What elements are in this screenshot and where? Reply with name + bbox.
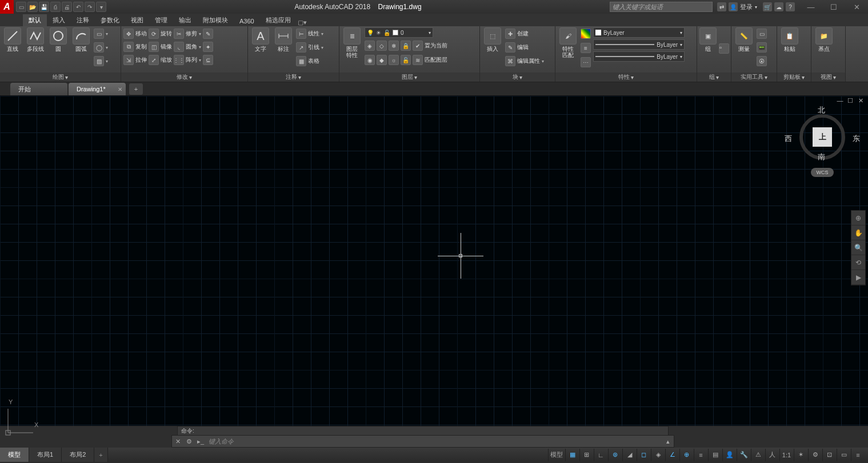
layerlock-icon[interactable]: 🔒 [401, 41, 411, 51]
layout-tab-model[interactable]: 模型 [0, 448, 29, 462]
panel-layers-title[interactable]: 图层 ▾ [339, 73, 479, 82]
tool-dimension[interactable]: 标注 [273, 27, 294, 52]
dyn-toggle-icon[interactable]: ⊕ [679, 449, 693, 461]
ribbon-tab-addins[interactable]: 附加模块 [197, 14, 234, 26]
lwt-toggle-icon[interactable]: ≡ [694, 449, 707, 461]
ribbon-tab-annotate[interactable]: 注释 [71, 14, 95, 26]
qat-open-icon[interactable]: 📂 [27, 2, 38, 12]
layout-tab-add[interactable]: + [94, 448, 107, 462]
lineweight-selector[interactable]: ByLayer▾ [593, 39, 685, 50]
select-icon[interactable]: ▭ [757, 29, 767, 39]
close-button[interactable]: ✕ [845, 0, 868, 14]
layout-tab-layout2[interactable]: 布局2 [62, 448, 94, 462]
ws-toggle-icon[interactable]: ⚙ [808, 449, 822, 461]
ribbon-tab-a360[interactable]: A360 [234, 16, 260, 26]
tool-line[interactable]: 直线 [2, 27, 23, 52]
mirror-icon[interactable]: ◫ [149, 42, 159, 52]
tpy-toggle-icon[interactable]: ▤ [708, 449, 722, 461]
nav-pan-icon[interactable]: ✋ [851, 226, 865, 240]
app-logo[interactable]: A [0, 0, 14, 14]
cmd-options-icon[interactable]: ⚙ [183, 436, 195, 447]
point-icon[interactable]: ⦿ [757, 56, 767, 66]
close-tab-icon[interactable]: ✕ [118, 86, 122, 92]
panel-clipboard-title[interactable]: 剪贴板 ▾ [777, 73, 811, 82]
ribbon-tab-parametric[interactable]: 参数化 [95, 14, 125, 26]
tool-block-create[interactable]: ✚创建 [505, 27, 544, 40]
nav-zoom-icon[interactable]: 🔍 [851, 240, 865, 255]
customize-icon[interactable]: ≡ [851, 449, 865, 461]
panel-modify-title[interactable]: 修改 ▾ [121, 73, 247, 82]
search-input[interactable]: 键入关键字或短语 [610, 2, 713, 12]
ribbon-tab-view[interactable]: 视图 [125, 14, 149, 26]
ribbon-tab-featured[interactable]: 精选应用 [260, 14, 297, 26]
sc-toggle-icon[interactable]: 🔧 [737, 449, 750, 461]
layerthaw-icon[interactable]: ☼ [389, 55, 399, 65]
3dosnap-toggle-icon[interactable]: ◈ [651, 449, 665, 461]
ribbon-tab-manage[interactable]: 管理 [149, 14, 173, 26]
tool-hatch-icon[interactable]: ▨▾ [94, 55, 108, 67]
exchange-icon[interactable]: ⇄ [717, 2, 726, 11]
ribbon-tab-output[interactable]: 输出 [173, 14, 197, 26]
doc-tab-start[interactable]: 开始 [10, 83, 67, 95]
layeruniso-icon[interactable]: ◉ [365, 55, 375, 65]
login-area[interactable]: ⇄ 👤 登录 ▾ 🛒 ☁ ? [717, 2, 795, 11]
layerunlock-icon[interactable]: 🔓 [401, 55, 411, 65]
qat-dd-icon[interactable]: ▾ [96, 2, 106, 12]
doc-tab-drawing1[interactable]: Drawing1*✕ [69, 83, 126, 95]
viewcube[interactable]: 北 西 东 上 南 WCS [788, 106, 857, 177]
tool-block-attedit[interactable]: ⌘编辑属性▾ [505, 55, 544, 67]
cloud-icon[interactable]: ☁ [774, 2, 783, 11]
tool-group[interactable]: ▣组 [699, 27, 717, 52]
ribbon-tab-default[interactable]: 默认 [23, 14, 47, 26]
fillet-icon[interactable]: ◟ [174, 42, 184, 52]
panel-block-title[interactable]: 块 ▾ [480, 73, 555, 82]
viewcube-top-face[interactable]: 上 [813, 127, 832, 147]
panel-draw-title[interactable]: 绘图 ▾ [0, 73, 121, 82]
panel-utilities-title[interactable]: 实用工具 ▾ [731, 73, 777, 82]
nav-orbit-icon[interactable]: ⟲ [851, 255, 865, 270]
ungroup-icon[interactable]: ▫ [719, 43, 729, 54]
annoscale-icon[interactable]: 人 [765, 449, 779, 461]
annovisibility-icon[interactable]: ✶ [794, 449, 807, 461]
panel-annotate-title[interactable]: 注释 ▾ [248, 73, 339, 82]
panel-group-title[interactable]: 组 ▾ [697, 73, 731, 82]
color-picker-icon[interactable] [581, 29, 591, 39]
otrack-toggle-icon[interactable]: ∠ [665, 449, 679, 461]
tool-insert-block[interactable]: ⬚插入 [482, 27, 503, 52]
tool-text[interactable]: A文字 [250, 27, 271, 52]
copy-icon[interactable]: ⧉ [123, 42, 134, 52]
nav-fullnav-icon[interactable]: ⊕ [851, 211, 865, 226]
layeron-icon[interactable]: ◆ [377, 55, 387, 65]
move-icon[interactable]: ✥ [123, 29, 134, 39]
qat-plot-icon[interactable]: 🖨 [62, 2, 72, 12]
hwaccel-icon[interactable]: ⊡ [822, 449, 836, 461]
drawing-canvas[interactable]: — ☐ ✕ Y X 北 西 东 上 南 WCS ⊕ ✋ 🔍 ⟲ ▶ [0, 96, 868, 426]
snap-toggle-icon[interactable]: ⊞ [579, 449, 593, 461]
tool-measure[interactable]: 📏测量 [734, 27, 754, 52]
wcs-badge[interactable]: WCS [811, 168, 834, 177]
command-input[interactable]: 键入命令 [206, 437, 662, 446]
tool-polyline[interactable]: 多段线 [25, 27, 46, 52]
layout-tab-layout1[interactable]: 布局1 [29, 448, 62, 462]
stretch-icon[interactable]: ⇲ [123, 55, 134, 65]
cmd-close-icon[interactable]: ✕ [172, 436, 183, 447]
array-icon[interactable]: ⋮⋮ [174, 55, 184, 65]
layerfreeze-icon[interactable]: ❄ [389, 41, 399, 51]
status-model-button[interactable]: 模型 [548, 449, 565, 461]
ribbon-tab-insert[interactable]: 插入 [47, 14, 71, 26]
linetype-selector[interactable]: ByLayer▾ [593, 51, 685, 62]
tool-matchprop[interactable]: 🖌特性 匹配 [558, 27, 578, 58]
tool-paste[interactable]: 📋粘贴 [779, 27, 800, 52]
scale-button[interactable]: 1:1 [779, 449, 793, 461]
minimize-button[interactable]: — [799, 0, 822, 14]
lineweight-icon[interactable]: ≡ [581, 43, 591, 53]
panel-view-title[interactable]: 视图 ▾ [811, 73, 845, 82]
annomonitor-icon[interactable]: ⚠ [751, 449, 765, 461]
layeroff-icon[interactable]: ◇ [377, 41, 387, 51]
tool-layer-properties[interactable]: ≣图层 特性 [342, 27, 362, 58]
qat-saveas-icon[interactable]: ⎙ [50, 2, 61, 12]
cmd-expand-icon[interactable]: ▴ [662, 436, 674, 447]
isodraft-toggle-icon[interactable]: ◢ [622, 449, 636, 461]
color-selector[interactable]: ByLayer▾ [593, 27, 685, 38]
matchlayer-icon[interactable]: ≋ [413, 55, 423, 65]
